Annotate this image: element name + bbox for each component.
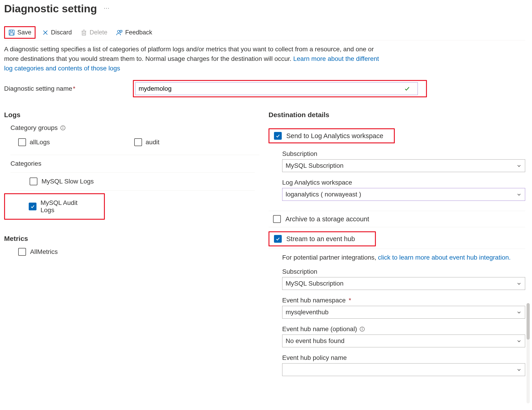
law-highlight: Send to Log Analytics workspace <box>268 128 395 143</box>
svg-point-10 <box>117 30 120 33</box>
eh-hint-link[interactable]: click to learn more about event hub inte… <box>378 254 511 261</box>
eh-checkbox[interactable] <box>274 235 282 243</box>
more-icon[interactable]: ··· <box>104 5 110 12</box>
eh-hubname-value: No event hubs found <box>285 337 344 345</box>
check-icon <box>404 86 410 92</box>
destination-heading: Destination details <box>268 111 525 119</box>
chevron-down-icon <box>516 163 522 168</box>
eh-subscription-field: Subscription MySQL Subscription <box>282 268 525 290</box>
law-workspace-label: Log Analytics workspace <box>282 179 525 186</box>
chevron-down-icon <box>516 309 522 315</box>
mysql-audit-logs-label: MySQL Audit Logs <box>41 199 93 214</box>
law-workspace-select[interactable]: loganalytics ( norwayeast ) <box>282 188 525 201</box>
allmetrics-label: AllMetrics <box>30 248 58 256</box>
chevron-down-icon <box>516 281 522 286</box>
eh-namespace-label-text: Event hub namespace <box>282 297 346 304</box>
page-title: Diagnostic setting <box>4 2 97 15</box>
alllogs-label: allLogs <box>30 139 50 146</box>
svg-rect-1 <box>10 30 12 32</box>
feedback-icon <box>116 29 123 36</box>
eh-policy-field: Event hub policy name <box>282 354 525 376</box>
eh-hubname-select[interactable]: No event hubs found <box>282 334 525 347</box>
save-button[interactable]: Save <box>4 26 36 39</box>
dest-eh-block: Stream to an event hub For potential par… <box>268 227 525 380</box>
eh-policy-label: Event hub policy name <box>282 354 525 362</box>
mysql-slow-logs-checkbox[interactable] <box>30 178 37 185</box>
diagnostic-setting-page: Diagnostic setting ··· Save Discard Dele… <box>0 0 532 410</box>
allmetrics-row: AllMetrics <box>4 248 259 256</box>
two-column-layout: Logs Category groups allLogs audit Categ <box>4 111 525 380</box>
delete-icon <box>80 29 87 36</box>
audit-label: audit <box>146 139 160 146</box>
description: A diagnostic setting specifies a list of… <box>4 44 380 73</box>
eh-namespace-value: mysqleventhub <box>285 309 328 316</box>
setting-name-label-text: Diagnostic setting name <box>4 85 72 92</box>
save-label: Save <box>17 29 31 36</box>
setting-name-input[interactable] <box>135 82 418 95</box>
category-mysql-audit-logs: MySQL Audit Logs <box>18 194 99 219</box>
right-column: Destination details Send to Log Analytic… <box>268 111 525 380</box>
dest-storage-block: Archive to a storage account <box>268 211 525 227</box>
eh-policy-select[interactable] <box>282 363 525 376</box>
chevron-down-icon <box>516 192 522 197</box>
storage-label: Archive to a storage account <box>285 215 369 223</box>
law-workspace-field: Log Analytics workspace loganalytics ( n… <box>282 179 525 201</box>
law-label: Send to Log Analytics workspace <box>286 132 383 140</box>
alllogs-checkbox[interactable] <box>18 138 26 146</box>
discard-button[interactable]: Discard <box>40 28 74 37</box>
law-subscription-label: Subscription <box>282 150 525 157</box>
eh-hubname-field: Event hub name (optional) No event hubs … <box>282 325 525 347</box>
save-icon <box>8 29 15 36</box>
audit-checkbox-row: audit <box>134 136 160 148</box>
scrollbar-thumb[interactable] <box>527 303 530 340</box>
law-subscription-value: MySQL Subscription <box>285 162 343 169</box>
required-star: * <box>349 297 351 304</box>
eh-hint: For potential partner integrations, clic… <box>282 254 525 261</box>
eh-hint-text: For potential partner integrations, <box>282 254 378 261</box>
eh-subscription-select[interactable]: MySQL Subscription <box>282 277 525 290</box>
categories-heading: Categories <box>10 160 259 167</box>
eh-hubname-label-text: Event hub name (optional) <box>282 325 357 333</box>
eh-namespace-select[interactable]: mysqleventhub <box>282 306 525 319</box>
discard-label: Discard <box>51 29 72 36</box>
left-column: Logs Category groups allLogs audit Categ <box>4 111 268 380</box>
eh-namespace-label: Event hub namespace* <box>282 297 525 304</box>
eh-subscription-value: MySQL Subscription <box>285 280 343 287</box>
law-workspace-value: loganalytics ( norwayeast ) <box>285 191 361 198</box>
category-groups-heading: Category groups <box>10 124 259 132</box>
eh-subscription-label: Subscription <box>282 268 525 275</box>
eh-label: Stream to an event hub <box>286 235 355 243</box>
setting-name-highlight <box>133 80 427 97</box>
category-mysql-slow-logs: MySQL Slow Logs <box>10 172 255 191</box>
storage-checkbox[interactable] <box>273 215 281 223</box>
scrollbar[interactable] <box>527 303 530 403</box>
svg-point-13 <box>63 126 63 127</box>
eh-namespace-field: Event hub namespace* mysqleventhub <box>282 297 525 319</box>
feedback-label: Feedback <box>125 29 152 36</box>
delete-button: Delete <box>78 28 110 37</box>
allmetrics-checkbox[interactable] <box>18 248 26 256</box>
info-icon[interactable] <box>60 125 66 131</box>
logs-heading: Logs <box>4 111 259 119</box>
eh-highlight: Stream to an event hub <box>268 231 376 246</box>
law-subscription-select[interactable]: MySQL Subscription <box>282 159 525 172</box>
law-checkbox[interactable] <box>274 132 282 140</box>
metrics-heading: Metrics <box>4 235 259 242</box>
setting-name-label: Diagnostic setting name* <box>4 85 133 92</box>
chevron-down-icon <box>516 367 522 372</box>
svg-rect-2 <box>10 33 13 35</box>
category-groups-row: allLogs audit <box>4 136 259 148</box>
delete-label: Delete <box>90 29 107 36</box>
svg-point-16 <box>362 328 363 328</box>
mysql-audit-logs-checkbox[interactable] <box>29 203 37 210</box>
law-subscription-field: Subscription MySQL Subscription <box>282 150 525 172</box>
audit-checkbox[interactable] <box>134 138 142 146</box>
category-groups-label: Category groups <box>10 124 58 132</box>
category-mysql-audit-logs-highlight: MySQL Audit Logs <box>4 193 105 220</box>
eh-hubname-label: Event hub name (optional) <box>282 325 525 333</box>
close-icon <box>42 29 49 36</box>
feedback-button[interactable]: Feedback <box>114 28 154 37</box>
setting-name-row: Diagnostic setting name* <box>4 80 525 97</box>
info-icon[interactable] <box>359 326 365 332</box>
chevron-down-icon <box>516 338 522 344</box>
